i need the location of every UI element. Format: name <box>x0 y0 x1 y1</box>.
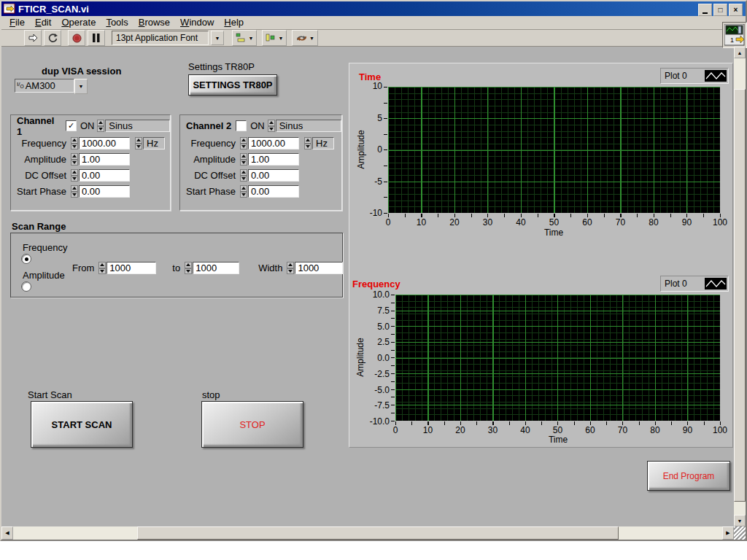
resize-grip[interactable] <box>734 526 746 540</box>
settings-tr80p-button[interactable]: SETTINGS TR80P <box>188 74 277 96</box>
menu-tools[interactable]: Tools <box>101 16 133 29</box>
channel2-waveform-spinner[interactable] <box>268 120 275 132</box>
start-scan-caption: Start Scan <box>28 389 72 400</box>
scan-from-label: From <box>72 262 94 273</box>
channel1-waveform-ring[interactable]: Sinus <box>105 120 170 132</box>
channel1-waveform-spinner[interactable] <box>97 120 104 132</box>
scroll-down-button[interactable]: ▼ <box>734 515 746 526</box>
channel1-unit-spinner[interactable] <box>135 137 142 149</box>
distribute-objects-button[interactable]: ▼ <box>262 30 287 46</box>
time-legend-label: Plot 0 <box>662 71 701 81</box>
close-button[interactable]: × <box>729 4 743 16</box>
stop-button[interactable]: STOP <box>201 401 303 448</box>
labview-app-icon <box>4 4 15 14</box>
scan-width-field[interactable]: 1000 <box>295 262 343 274</box>
channel2-amplitude-spinner[interactable] <box>240 153 247 166</box>
channel2-on-label: ON <box>250 120 265 131</box>
x-tick-label: 30 <box>479 217 498 228</box>
menu-help[interactable]: Help <box>219 16 249 29</box>
stop-caption: stop <box>202 389 220 400</box>
visa-dropdown-arrow[interactable]: ▼ <box>74 79 88 94</box>
title-bar[interactable]: FTICR_SCAN.vi □ × <box>1 1 746 16</box>
align-objects-button[interactable]: ▼ <box>232 30 257 46</box>
time-graph-legend[interactable]: Plot 0 <box>660 68 729 84</box>
minimize-button[interactable] <box>698 4 712 16</box>
channel1-unit-ring[interactable]: Hz <box>143 137 165 149</box>
channel1-amplitude-field[interactable]: 1.00 <box>79 153 130 166</box>
x-tick-label: 100 <box>711 425 729 435</box>
channel2-dc-offset-field[interactable]: 0.00 <box>248 169 299 182</box>
menu-window[interactable]: Window <box>175 16 219 29</box>
channel2-on-checkbox[interactable] <box>236 120 247 131</box>
run-button[interactable] <box>24 30 42 46</box>
menu-operate[interactable]: Operate <box>56 16 101 29</box>
vi-icon[interactable]: 1 <box>722 22 747 48</box>
scan-range-frequency-radio[interactable] <box>21 254 31 264</box>
window-title: FTICR_SCAN.vi <box>18 4 89 15</box>
channel2-frequency-spinner[interactable] <box>240 137 247 149</box>
channel2-frequency-field[interactable]: 1000.00 <box>248 137 299 149</box>
channel1-dc-offset-label: DC Offset <box>14 170 66 181</box>
channel1-on-checkbox[interactable]: ✓ <box>66 120 77 131</box>
x-tick-label: 40 <box>516 425 535 435</box>
channel2-unit-spinner[interactable] <box>304 137 311 149</box>
scan-to-field[interactable]: 1000 <box>193 262 239 274</box>
font-selector[interactable]: 13pt Application Font <box>112 31 209 45</box>
channel2-start-phase-spinner[interactable] <box>240 185 247 198</box>
scroll-right-button[interactable]: ▶ <box>722 526 734 540</box>
visa-session-label: dup VISA session <box>42 66 121 77</box>
scroll-left-button[interactable]: ◀ <box>1 526 13 540</box>
restore-button[interactable]: □ <box>713 4 727 16</box>
x-tick-label: 50 <box>549 425 568 435</box>
channel2-unit-ring[interactable]: Hz <box>312 137 334 149</box>
channel1-frequency-spinner[interactable] <box>71 137 78 149</box>
menu-browse[interactable]: Browse <box>133 16 175 29</box>
scan-to-spinner[interactable] <box>185 262 192 274</box>
abort-button[interactable] <box>68 30 85 46</box>
channel2-title: Channel 2 <box>186 120 231 131</box>
scan-range-amplitude-radio[interactable] <box>21 281 31 292</box>
scroll-up-button[interactable]: ▲ <box>734 47 746 58</box>
reorder-button[interactable]: ▼ <box>292 30 318 46</box>
channel1-dc-offset-spinner[interactable] <box>71 169 78 182</box>
horizontal-scrollbar[interactable]: ◀ ▶ <box>1 526 734 540</box>
channel1-amplitude-spinner[interactable] <box>71 153 78 166</box>
horizontal-scrollbar-thumb[interactable] <box>137 526 619 540</box>
channel2-dc-offset-spinner[interactable] <box>240 169 247 182</box>
menu-file[interactable]: File <box>4 16 30 29</box>
x-tick-label: 60 <box>581 425 600 435</box>
x-tick-label: 90 <box>678 217 697 228</box>
menu-edit[interactable]: Edit <box>30 16 56 29</box>
end-program-button[interactable]: End Program <box>647 461 730 491</box>
font-selector-arrow[interactable]: ▼ <box>211 31 224 45</box>
y-tick-label: 5.0 <box>377 322 390 332</box>
run-continuous-button[interactable] <box>44 30 61 46</box>
scan-range-frequency-label: Frequency <box>23 242 67 253</box>
y-tick-label: 10 <box>373 82 382 91</box>
scan-from-field[interactable]: 1000 <box>107 262 156 274</box>
scan-from-spinner[interactable] <box>98 262 106 274</box>
channel2-start-phase-field[interactable]: 0.00 <box>248 185 299 198</box>
channel1-on-label: ON <box>80 120 95 131</box>
channel1-start-phase-field[interactable]: 0.00 <box>79 185 130 198</box>
menu-bar: File Edit Operate Tools Browse Window He… <box>1 16 746 30</box>
frequency-graph-legend[interactable]: Plot 0 <box>660 276 729 292</box>
frequency-graph-plot-area <box>395 295 720 421</box>
channel1-start-phase-spinner[interactable] <box>71 185 78 198</box>
channel1-dc-offset-field[interactable]: 0.00 <box>79 169 130 182</box>
scan-range-amplitude-label: Amplitude <box>23 270 65 281</box>
frequency-graph-y-axis-label: Amplitude <box>355 332 365 383</box>
start-scan-button[interactable]: START SCAN <box>31 401 133 448</box>
channel1-start-phase-label: Start Phase <box>14 186 66 197</box>
channel2-waveform-ring[interactable]: Sinus <box>276 120 341 132</box>
channel1-frequency-field[interactable]: 1000.00 <box>79 137 130 149</box>
vertical-scrollbar[interactable]: ▲ ▼ <box>734 47 746 526</box>
channel2-amplitude-field[interactable]: 1.00 <box>248 153 299 166</box>
close-icon: × <box>734 7 738 14</box>
y-tick-label: 7.5 <box>377 306 390 316</box>
pause-button[interactable] <box>88 30 105 46</box>
scan-width-spinner[interactable] <box>287 262 294 274</box>
visa-session-combo[interactable]: I/O AM300 ▼ <box>15 79 88 93</box>
vertical-scrollbar-thumb[interactable] <box>734 89 746 502</box>
visa-session-value: AM300 <box>26 80 55 91</box>
